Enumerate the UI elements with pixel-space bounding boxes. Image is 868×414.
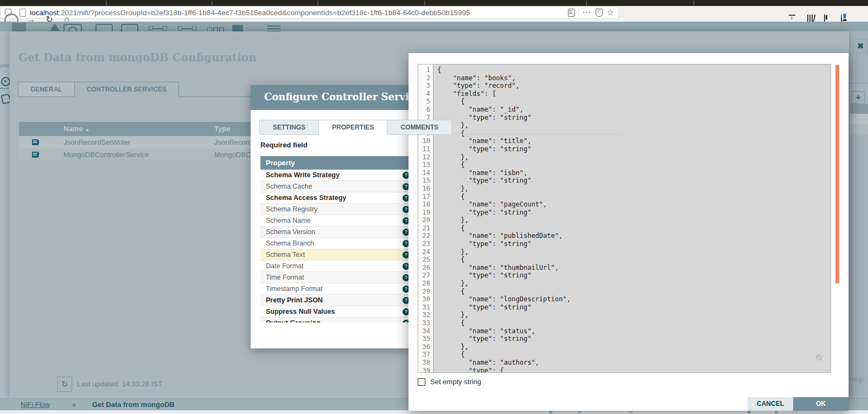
property-label: Schema Branch — [266, 238, 314, 249]
line-number: 13 — [418, 161, 430, 169]
tab-general[interactable]: GENERAL — [18, 82, 75, 97]
line-number: 29 — [418, 288, 430, 296]
code-line: "name": "status", — [437, 327, 831, 335]
code-line: "fields": [ — [437, 90, 831, 98]
column-header-type[interactable]: Type — [214, 122, 230, 136]
table-header-fragment — [850, 104, 868, 114]
page-actions-icon[interactable]: ⋯ — [583, 8, 591, 17]
code-line: { — [437, 161, 831, 169]
url-text[interactable]: localhost:2021/nifi/?processGroupId=b2ef… — [30, 9, 470, 17]
property-label: Schema Text — [266, 249, 305, 260]
add-controller-service-button[interactable]: + — [852, 91, 865, 104]
line-number: 23 — [418, 240, 430, 248]
property-label: Time Format — [266, 272, 304, 283]
resize-handle-icon[interactable] — [816, 354, 822, 360]
line-number: 34 — [418, 327, 430, 335]
code-line: }, — [437, 185, 831, 193]
code-line: { — [437, 66, 831, 74]
tab-comments[interactable]: COMMENTS — [387, 120, 452, 135]
line-number: 19 — [418, 209, 430, 217]
browser-toolbar: ← → ↻ ⌂ localhost:2021/nifi/?processGrou… — [0, 6, 868, 22]
browser-tab-strip[interactable] — [0, 0, 868, 6]
line-number: 27 — [418, 271, 430, 280]
code-line: "name": "isbn", — [437, 169, 831, 177]
line-number: 20 — [418, 216, 430, 224]
line-number: 3 — [418, 82, 430, 90]
url-path: :2021/nifi/?processGroupId=b2ef318b-1ff6… — [59, 9, 470, 17]
last-updated-text: Last updated: 14:33:28 IST — [77, 380, 162, 388]
schema-text-editor[interactable]: 1234567891011121314151617181920212223242… — [418, 64, 831, 373]
line-number: 11 — [418, 145, 430, 153]
code-line: "name": "publishedDate", — [437, 232, 831, 240]
code-line: { — [437, 193, 831, 201]
nifi-component-toolbar — [0, 22, 868, 31]
queued-bytes-fragment: ytes — [0, 63, 9, 68]
dialog-title: Configure Controller Service — [264, 91, 421, 102]
cancel-button[interactable]: CANCEL — [748, 397, 793, 411]
breadcrumb-separator: » — [72, 399, 76, 410]
status-icon — [629, 411, 633, 413]
line-number: 2 — [418, 74, 430, 82]
output-port-icon — [121, 24, 138, 31]
code-line: "name": "thumbnailUrl", — [437, 264, 831, 272]
code-line: "type": { — [437, 367, 831, 372]
status-icon — [775, 411, 778, 413]
birdseye-hand-icon — [1, 94, 10, 105]
line-number: 36 — [418, 343, 430, 351]
code-line: }, — [437, 153, 831, 161]
line-number: 15 — [418, 177, 430, 185]
code-line: "type": "string" — [437, 145, 831, 153]
property-label: Schema Name — [266, 215, 311, 226]
divider — [0, 88, 9, 89]
service-name: MongoDBControllerService — [63, 148, 149, 161]
line-number: 14 — [418, 169, 430, 177]
service-book-icon — [32, 139, 39, 145]
code-line: }, — [437, 248, 831, 256]
tab-controller-services[interactable]: CONTROLLER SERVICES — [74, 82, 179, 97]
tab-divider — [586, 1, 587, 5]
status-strip — [0, 410, 868, 414]
code-line: { — [437, 256, 831, 264]
process-group-icon — [149, 26, 167, 31]
code-line: { — [437, 351, 831, 359]
line-number: 18 — [418, 200, 430, 209]
code-line: "type": "string" — [437, 114, 831, 122]
code-line: }, — [437, 343, 831, 351]
line-number: 6 — [418, 106, 430, 114]
code-line: "type": "string" — [437, 209, 831, 217]
page-title: Get Data from mongoDB Configuration — [18, 51, 257, 64]
scrollbar-thumb[interactable] — [835, 65, 839, 283]
tab-properties[interactable]: PROPERTIES — [318, 120, 387, 135]
required-field-label: Required field — [260, 141, 308, 149]
property-label: Date Format — [266, 261, 303, 271]
column-header-name[interactable]: Name▲ — [63, 122, 90, 137]
code-area[interactable]: { "name": "books", "type": "record", "fi… — [433, 64, 831, 372]
line-number-gutter: 1234567891011121314151617181920212223242… — [418, 64, 433, 372]
close-icon[interactable]: ✖ — [853, 39, 867, 53]
divider — [578, 8, 579, 17]
code-line: { — [437, 98, 831, 106]
code-line: "name": "_id", — [437, 106, 831, 114]
input-port-icon — [95, 24, 113, 31]
property-label: Schema Access Strategy — [266, 192, 346, 203]
property-label: Pretty Print JSON — [266, 295, 323, 306]
code-line: "name": "title", — [437, 137, 831, 145]
tab-settings[interactable]: SETTINGS — [259, 120, 319, 135]
status-icon — [578, 411, 581, 413]
bookmark-star-icon[interactable]: ☆ — [607, 8, 614, 17]
set-empty-string-checkbox[interactable] — [418, 378, 425, 386]
line-number: 5 — [418, 98, 430, 106]
reader-mode-icon[interactable] — [568, 9, 575, 17]
code-line: }, — [437, 121, 831, 130]
pocket-shield-icon[interactable] — [596, 9, 603, 17]
code-line: { — [437, 319, 831, 327]
line-number: 25 — [418, 256, 430, 264]
breadcrumb-root-link[interactable]: NiFi Flow — [21, 399, 50, 410]
label-icon — [267, 25, 280, 31]
table-row-fragment — [850, 124, 868, 134]
url-bar[interactable]: localhost:2021/nifi/?processGroupId=b2ef… — [0, 6, 619, 19]
tab-divider — [424, 1, 425, 5]
line-number: 32 — [418, 311, 430, 319]
refresh-button[interactable]: ↻ — [57, 377, 72, 392]
ok-button[interactable]: OK — [793, 397, 848, 411]
